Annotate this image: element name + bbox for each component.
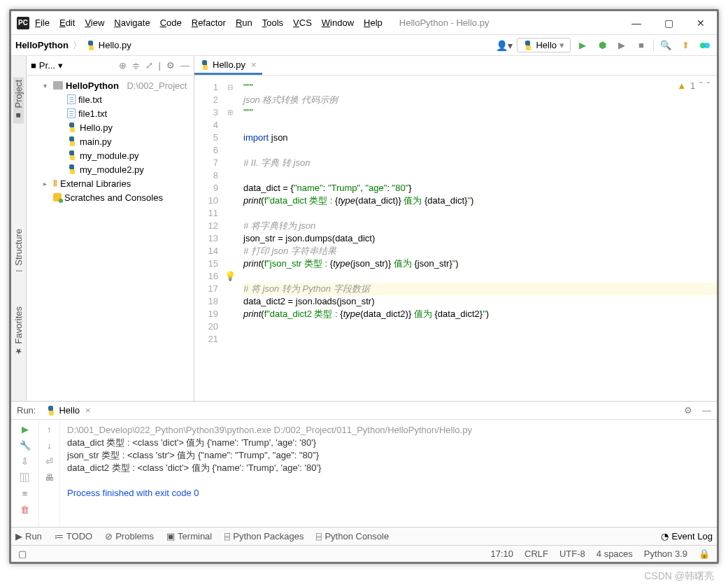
console-output[interactable]: D:\001_Develop\022_Python\Python39\pytho… — [60, 420, 717, 527]
updates-button[interactable]: ⬆ — [678, 38, 693, 53]
code-line[interactable] — [243, 169, 717, 182]
rerun-icon[interactable]: ▶ — [22, 424, 29, 434]
menu-code[interactable]: Code — [160, 17, 182, 28]
lock-icon[interactable]: 🔒 — [699, 549, 710, 559]
code-editor[interactable]: 123456789101112131415161718192021 ⊟⊞💡 ""… — [194, 76, 717, 401]
search-button[interactable]: 🔍 — [658, 38, 673, 53]
text-file-icon — [67, 94, 76, 104]
menu-run[interactable]: Run — [236, 17, 252, 28]
minimize-button[interactable]: — — [620, 11, 652, 35]
wrap-icon[interactable]: ⏎ — [45, 456, 53, 467]
code-line[interactable]: # II. 字典 转 json — [243, 157, 717, 169]
hide-icon[interactable]: — — [180, 60, 190, 71]
menu-tools[interactable]: Tools — [262, 17, 283, 28]
code-line[interactable]: # 将字典转为 json — [243, 220, 717, 232]
code-line[interactable]: print(f"json_str 类型 : {type(json_str)} 值… — [243, 257, 717, 270]
chevron-down-icon[interactable]: ˇ — [707, 80, 710, 92]
bottom-tab-python-packages[interactable]: ⌸Python Packages — [224, 531, 304, 542]
code-line[interactable] — [243, 320, 717, 333]
breadcrumb-file[interactable]: Hello.py — [99, 40, 131, 50]
up-arrow-icon[interactable]: ↑ — [47, 424, 52, 434]
left-tab-structure[interactable]: ⫶ Structure — [13, 226, 24, 276]
stop-button[interactable]: ■ — [634, 38, 649, 53]
bottom-tab-todo[interactable]: ≔TODO — [55, 531, 92, 542]
code-line[interactable]: data_dict = {"name": "Trump", "age": "80… — [243, 182, 717, 195]
filter-icon[interactable]: ≡ — [22, 488, 28, 499]
code-line[interactable]: json 格式转换 代码示例 — [243, 94, 717, 106]
bottom-tab-terminal[interactable]: ▣Terminal — [166, 531, 212, 542]
breadcrumb-project[interactable]: HelloPython — [15, 40, 69, 50]
locate-icon[interactable]: ⊕ — [119, 60, 127, 71]
user-icon[interactable]: 👤▾ — [496, 40, 513, 51]
code-line[interactable]: data_dict2 = json.loads(json_str) — [243, 295, 717, 308]
menu-view[interactable]: View — [85, 17, 104, 28]
menu-edit[interactable]: Edit — [59, 17, 75, 28]
tree-file[interactable]: my_module2.py — [27, 162, 194, 176]
ide-button[interactable] — [697, 38, 713, 53]
warning-icon[interactable]: ▲ — [677, 80, 686, 92]
delete-icon[interactable]: 🗑 — [20, 504, 29, 515]
bottom-tab-python-console[interactable]: ⌸Python Console — [316, 531, 389, 542]
event-log-button[interactable]: ◔Event Log — [661, 531, 713, 542]
menu-vcs[interactable]: VCS — [293, 17, 312, 28]
code-line[interactable]: """ — [243, 106, 717, 119]
close-tab-icon[interactable]: × — [251, 59, 257, 70]
code-line[interactable]: json_str = json.dumps(data_dict) — [243, 232, 717, 245]
code-line[interactable]: print(f"data_dict2 类型 : {type(data_dict2… — [243, 308, 717, 320]
left-tab-project[interactable]: ■ Project — [13, 77, 24, 123]
code-line[interactable]: print(f"data_dict 类型 : {type(data_dict)}… — [243, 195, 717, 207]
code-line[interactable] — [243, 119, 717, 132]
print-icon[interactable]: 🖶 — [45, 472, 54, 483]
code-line[interactable] — [243, 333, 717, 346]
tree-file[interactable]: Hello.py — [27, 120, 194, 134]
code-line[interactable]: # 将 json 转为 Python 字段数据 — [243, 283, 717, 295]
collapse-icon[interactable]: ⤢ — [145, 60, 153, 71]
tree-file[interactable]: my_module.py — [27, 148, 194, 162]
menu-window[interactable]: Window — [322, 17, 354, 28]
python-interpreter[interactable]: Python 3.9 — [644, 549, 687, 559]
menu-help[interactable]: Help — [364, 17, 383, 28]
caret-position[interactable]: 17:10 — [490, 549, 513, 559]
tree-project-root[interactable]: ▾ HelloPython D:\002_Project — [27, 78, 194, 92]
menu-file[interactable]: File — [35, 17, 50, 28]
run-tab-hello[interactable]: Hello × — [41, 403, 95, 418]
code-line[interactable]: # 打印 json 字符串结果 — [243, 245, 717, 257]
down-icon[interactable]: ⇩ — [21, 456, 29, 467]
down-arrow-icon[interactable]: ↓ — [47, 440, 52, 451]
layout-icon[interactable]: ⿲ — [20, 472, 29, 483]
coverage-button[interactable]: ▶ — [614, 38, 629, 53]
sidebar-title[interactable]: ■ Pr... ▾ — [31, 60, 63, 71]
status-indicator-icon[interactable]: ▢ — [18, 549, 27, 559]
run-settings-icon[interactable]: ⚙ — [684, 405, 692, 416]
maximize-button[interactable]: ▢ — [652, 11, 685, 35]
file-encoding[interactable]: UTF-8 — [559, 549, 585, 559]
indent-setting[interactable]: 4 spaces — [597, 549, 633, 559]
menu-navigate[interactable]: Navigate — [114, 17, 150, 28]
menu-refactor[interactable]: Refactor — [192, 17, 226, 28]
code-line[interactable]: import json — [243, 132, 717, 144]
expand-icon[interactable]: ≑ — [132, 60, 140, 71]
tree-file[interactable]: file.txt — [27, 92, 194, 106]
left-tab-favorites[interactable]: ★ Favorites — [13, 304, 24, 359]
run-button[interactable]: ▶ — [575, 38, 590, 53]
wrench-icon[interactable]: 🔧 — [20, 440, 31, 451]
run-hide-icon[interactable]: — — [702, 405, 711, 416]
bottom-tab-problems[interactable]: ⊘Problems — [105, 531, 154, 542]
run-config-selector[interactable]: Hello ▾ — [517, 38, 571, 52]
chevron-up-icon[interactable]: ˆ — [699, 80, 702, 92]
tree-file[interactable]: main.py — [27, 134, 194, 148]
settings-icon[interactable]: ⚙ — [166, 60, 175, 71]
editor-tab-hello[interactable]: Hello.py × — [194, 57, 262, 75]
code-line[interactable] — [243, 207, 717, 220]
code-line[interactable] — [243, 270, 717, 283]
debug-button[interactable]: ⬢ — [594, 38, 610, 53]
code-line[interactable]: """ — [243, 81, 717, 94]
code-line[interactable] — [243, 144, 717, 157]
tree-scratches[interactable]: Scratches and Consoles — [27, 190, 194, 204]
bottom-tab-run[interactable]: ▶Run — [15, 531, 42, 542]
line-separator[interactable]: CRLF — [524, 549, 548, 559]
python-file-icon — [67, 150, 77, 160]
tree-file[interactable]: file1.txt — [27, 106, 194, 120]
tree-external-libraries[interactable]: ▸⫴ External Libraries — [27, 176, 194, 190]
close-button[interactable]: ✕ — [685, 11, 717, 35]
